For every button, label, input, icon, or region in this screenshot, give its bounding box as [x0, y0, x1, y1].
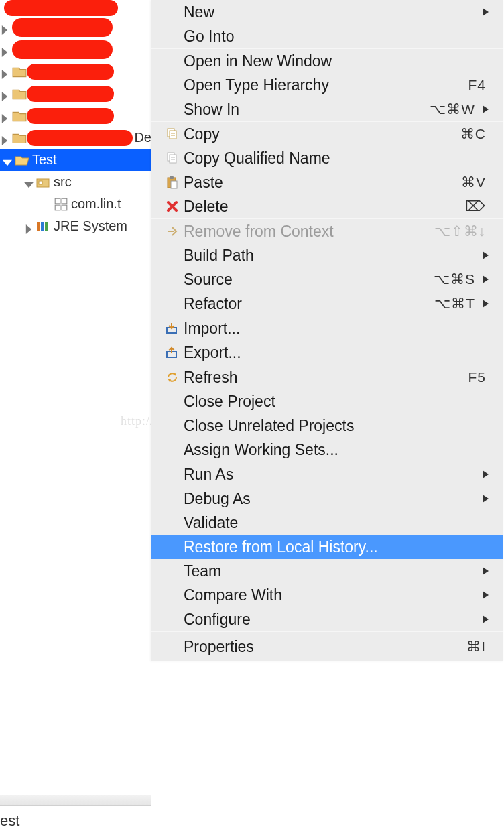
redacted-item [12, 18, 113, 37]
menu-label: Compare With [184, 586, 481, 604]
menu-label: Run As [184, 466, 481, 484]
horizontal-scrollbar[interactable] [0, 795, 151, 806]
redacted-item [4, 0, 118, 16]
remove-context-icon [161, 225, 184, 237]
menu-close-project[interactable]: Close Project [151, 389, 503, 413]
closed-twisty-icon[interactable] [0, 111, 9, 121]
submenu-arrow-icon [481, 567, 491, 575]
svg-rect-18 [170, 176, 174, 179]
delete-icon [161, 200, 184, 212]
menu-run-as[interactable]: Run As [151, 462, 503, 487]
svg-rect-4 [55, 205, 60, 210]
bottom-tab[interactable]: est [0, 806, 151, 835]
copy-qualified-icon [161, 151, 184, 165]
menu-shortcut: ⌦ [465, 198, 486, 214]
menu-compare-with[interactable]: Compare With [151, 583, 503, 607]
svg-rect-2 [55, 198, 60, 204]
submenu-arrow-icon [481, 105, 491, 113]
redacted-item [27, 108, 114, 124]
bottom-tab-label: est [0, 812, 19, 830]
menu-copy[interactable]: Copy ⌘C [151, 122, 503, 146]
menu-label: Go Into [184, 27, 491, 46]
project-open-icon [15, 153, 29, 168]
tree-item-jre[interactable]: JRE System [0, 215, 151, 237]
refresh-icon [161, 371, 184, 383]
tree-item-package[interactable]: com.lin.t [0, 193, 151, 215]
menu-label: Paste [184, 174, 461, 192]
tree-label-partial: De [134, 130, 151, 145]
closed-twisty-icon[interactable] [0, 89, 9, 99]
submenu-arrow-icon [481, 495, 491, 503]
submenu-arrow-icon [481, 275, 491, 283]
menu-label: Remove from Context [184, 222, 434, 241]
copy-icon [161, 127, 184, 141]
menu-label: Export... [184, 344, 491, 362]
menu-label: Properties [184, 638, 466, 656]
menu-show-in[interactable]: Show In ⌥⌘W [151, 97, 503, 121]
menu-label: Close Project [184, 393, 491, 411]
menu-build-path[interactable]: Build Path [151, 243, 503, 267]
menu-label: Assign Working Sets... [184, 441, 491, 459]
menu-source[interactable]: Source ⌥⌘S [151, 267, 503, 292]
submenu-arrow-icon [481, 470, 491, 478]
import-icon [161, 322, 184, 334]
menu-open-new-window[interactable]: Open in New Window [151, 49, 503, 73]
menu-label: Open Type Hierarchy [184, 76, 468, 94]
closed-twisty-icon[interactable] [24, 222, 34, 231]
menu-delete[interactable]: Delete ⌦ [151, 194, 503, 218]
closed-twisty-icon[interactable] [0, 45, 9, 54]
menu-label: Team [184, 562, 481, 580]
tree-label: com.lin.t [71, 196, 121, 212]
folder-icon [12, 109, 27, 123]
menu-label: Refactor [184, 295, 434, 313]
menu-configure[interactable]: Configure [151, 607, 503, 631]
redacted-item [27, 86, 114, 102]
menu-shortcut: ⌥⌘T [434, 296, 475, 312]
svg-rect-14 [170, 155, 176, 163]
menu-restore-history[interactable]: Restore from Local History... [151, 535, 503, 559]
svg-rect-3 [62, 198, 67, 204]
menu-label: Validate [184, 514, 491, 532]
menu-go-into[interactable]: Go Into [151, 24, 503, 48]
tree-item-src[interactable]: src [0, 171, 151, 193]
submenu-arrow-icon [481, 591, 491, 599]
menu-close-unrelated[interactable]: Close Unrelated Projects [151, 413, 503, 438]
open-twisty-icon[interactable] [24, 178, 34, 187]
context-menu: New Go Into Open in New Window Open Type… [151, 0, 503, 661]
svg-rect-19 [171, 181, 177, 188]
menu-export[interactable]: Export... [151, 340, 503, 365]
menu-assign-working-sets[interactable]: Assign Working Sets... [151, 438, 503, 462]
closed-twisty-icon[interactable] [0, 23, 9, 32]
menu-label: Open in New Window [184, 52, 491, 70]
svg-rect-1 [39, 181, 42, 184]
menu-shortcut: F4 [468, 77, 486, 93]
submenu-arrow-icon [481, 251, 491, 259]
tree-label: JRE System [54, 218, 127, 234]
tree-item-test[interactable]: Test [0, 149, 151, 171]
submenu-arrow-icon [481, 615, 491, 623]
menu-label: Copy [184, 125, 460, 143]
closed-twisty-icon[interactable] [0, 67, 9, 76]
menu-label: Import... [184, 320, 491, 338]
menu-copy-qualified[interactable]: Copy Qualified Name [151, 146, 503, 170]
folder-icon [12, 131, 27, 145]
menu-new[interactable]: New [151, 0, 503, 24]
menu-refresh[interactable]: Refresh F5 [151, 365, 503, 389]
menu-debug-as[interactable]: Debug As [151, 487, 503, 511]
menu-refactor[interactable]: Refactor ⌥⌘T [151, 292, 503, 316]
submenu-arrow-icon [481, 8, 491, 16]
menu-paste[interactable]: Paste ⌘V [151, 170, 503, 194]
menu-label: New [184, 3, 481, 21]
menu-validate[interactable]: Validate [151, 511, 503, 535]
project-tree[interactable]: De Test src com.lin.t JRE System [0, 0, 151, 237]
open-twisty-icon[interactable] [3, 155, 12, 165]
closed-twisty-icon[interactable] [0, 133, 9, 143]
submenu-arrow-icon [481, 300, 491, 308]
menu-properties[interactable]: Properties ⌘I [151, 632, 503, 661]
menu-team[interactable]: Team [151, 559, 503, 583]
menu-label: Configure [184, 611, 481, 629]
menu-open-type-hierarchy[interactable]: Open Type Hierarchy F4 [151, 73, 503, 97]
menu-shortcut: ⌘C [460, 126, 486, 142]
menu-import[interactable]: Import... [151, 316, 503, 340]
menu-label: Show In [184, 101, 430, 119]
